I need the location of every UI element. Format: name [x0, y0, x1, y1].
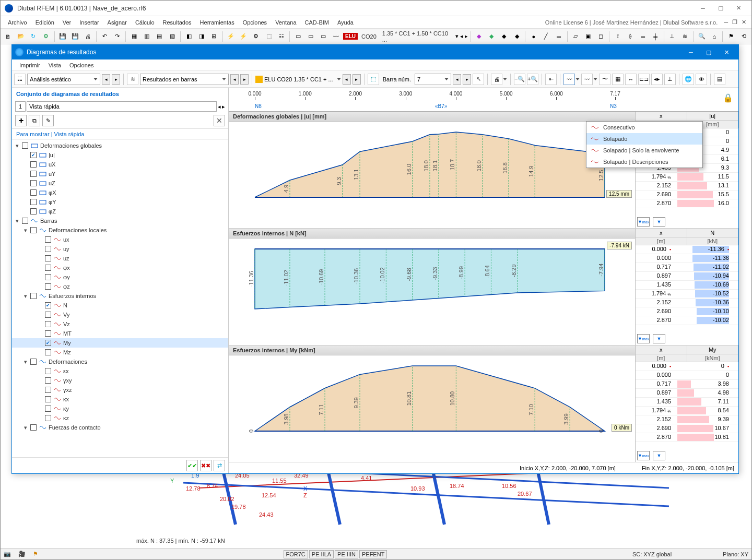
extreme-icon[interactable]: ◂▸	[651, 74, 663, 85]
extra-4-icon[interactable]: ╪	[650, 31, 661, 42]
extra-6-icon[interactable]: ≋	[679, 31, 690, 42]
tree-checkbox[interactable]	[30, 424, 37, 431]
overlap-mode-icon[interactable]: 〰	[563, 74, 575, 85]
open-icon[interactable]: 📂	[15, 31, 26, 42]
tree-checkbox[interactable]: ✔	[45, 340, 51, 346]
tree-check-all[interactable]: ✔✔	[186, 460, 198, 471]
menu-ayuda[interactable]: Ayuda	[333, 18, 358, 27]
tree-node[interactable]: ▾Fuerzas de contacto	[12, 423, 228, 432]
tree-node[interactable]: ▾Esfuerzos internos	[12, 291, 228, 301]
surface-tool-icon[interactable]: ▱	[570, 31, 581, 42]
barra-select-icon[interactable]: ↖	[473, 74, 484, 85]
status-toggle[interactable]: FOR7C	[284, 550, 308, 558]
menu-resultados[interactable]: Resultados	[159, 18, 196, 27]
menu-opciones[interactable]: Opciones	[239, 18, 271, 27]
menu-ver[interactable]: Ver	[58, 18, 76, 27]
new-icon[interactable]: 🗎	[3, 31, 14, 42]
tool-2-icon[interactable]: ▥	[142, 31, 152, 42]
tree-checkbox[interactable]	[45, 349, 51, 355]
table-max-button[interactable]: ▼max	[637, 217, 650, 227]
table-row[interactable]: 0.717-11.02	[636, 263, 738, 272]
menu-herramientas[interactable]: Herramientas	[196, 18, 239, 27]
table-row[interactable]: 0.000 ▪-11.36 ▪	[636, 245, 738, 254]
expander-icon[interactable]: ▾	[22, 293, 29, 300]
view-1-icon[interactable]: ◆	[474, 31, 485, 42]
vista-combo[interactable]: Vista rápida	[27, 101, 217, 112]
table-row[interactable]: 2.69015.5	[636, 190, 738, 199]
results-next[interactable]: ▸	[240, 74, 249, 85]
save-all-icon[interactable]: 💾	[70, 31, 81, 42]
tree-node[interactable]: MT	[12, 329, 228, 338]
tree-node[interactable]: ▾Deformaciones globales	[12, 141, 228, 150]
tool-4-icon[interactable]: ▧	[167, 31, 178, 42]
tree-checkbox[interactable]	[45, 321, 51, 327]
tree-checkbox[interactable]	[45, 330, 51, 337]
tree-checkbox[interactable]	[30, 293, 37, 299]
table-row[interactable]: 1.435-10.69	[636, 281, 738, 290]
filter-1-icon[interactable]: ▭	[292, 31, 303, 42]
zoom-icon[interactable]: 🔍	[696, 31, 707, 42]
new-view-button[interactable]: ✚	[15, 115, 27, 126]
tree-checkbox[interactable]	[30, 227, 37, 233]
status-flag-icon[interactable]: ⚑	[33, 551, 38, 557]
tree-checkbox[interactable]: ✔	[45, 302, 51, 308]
tree-node[interactable]: κz	[12, 413, 228, 423]
view-2-icon[interactable]: ◆	[486, 31, 497, 42]
tree-node[interactable]: φy	[12, 272, 228, 282]
dlg-menu-opciones[interactable]: Opciones	[65, 61, 98, 69]
redo-icon[interactable]: ↷	[112, 31, 123, 42]
status-toggle[interactable]: PE IIIN	[335, 550, 358, 558]
tree-node[interactable]: Mz	[12, 348, 228, 357]
table-row[interactable]: 2.69010.67	[636, 424, 738, 433]
analysis-combo[interactable]: Análisis estático	[27, 74, 100, 85]
tree-node[interactable]: φx	[12, 263, 228, 272]
line-tool-icon[interactable]: ╱	[540, 31, 551, 42]
table-row[interactable]: 2.870-10.02	[636, 316, 738, 325]
to-start-icon[interactable]: ⇤	[545, 74, 557, 85]
expander-icon[interactable]: ▾	[14, 218, 20, 224]
tool-6-icon[interactable]: ◨	[196, 31, 207, 42]
table-row[interactable]: 0.897-10.94	[636, 272, 738, 281]
table-row[interactable]: 0.8974.98	[636, 389, 738, 398]
mdi-close-icon[interactable]: ✕	[739, 19, 748, 26]
view-in-model-icon[interactable]: 👁	[696, 74, 707, 85]
tree-node[interactable]: uX	[12, 160, 228, 169]
expander-icon[interactable]: ▾	[22, 424, 29, 431]
calc-icon[interactable]: ⚡	[226, 31, 237, 42]
last-1-icon[interactable]: ⚑	[725, 31, 736, 42]
table-row[interactable]: 0.000-11.36	[636, 254, 738, 263]
chart-canvas[interactable]: 03.987.119.3910.8110.807.103.9900 kNm	[229, 355, 635, 462]
tree-checkbox[interactable]	[30, 359, 37, 365]
analysis-next[interactable]: ▸	[112, 74, 120, 85]
dlg-combo-next[interactable]: ▸	[352, 74, 361, 85]
results-mode-combo[interactable]: Resultados en barras	[140, 74, 229, 85]
opening-tool-icon[interactable]: ◻	[595, 31, 606, 42]
save-icon[interactable]: 💾	[57, 31, 68, 42]
table-row[interactable]: 2.152-10.36	[636, 299, 738, 307]
table-max-button[interactable]: ▼max	[637, 334, 650, 343]
vista-next[interactable]: ▸	[222, 103, 225, 110]
table-row[interactable]: 1.794 ¼11.5	[636, 173, 738, 182]
env-only-icon[interactable]: 〰	[581, 74, 593, 85]
tree-node[interactable]: Vy	[12, 310, 228, 319]
dialog-maximize-button[interactable]: ▢	[700, 46, 718, 58]
tree-toggle[interactable]: ⇄	[214, 460, 225, 471]
barra-next[interactable]: ▸	[463, 74, 471, 85]
status-camera-icon[interactable]: 📷	[4, 551, 11, 557]
filter-3-icon[interactable]: ▭	[318, 31, 329, 42]
tree-checkbox[interactable]	[45, 415, 51, 421]
results-toggle-icon[interactable]: ⬚	[263, 31, 274, 42]
popup-item[interactable]: Solapado | Descripciones	[586, 156, 702, 168]
tree-checkbox[interactable]	[45, 406, 51, 412]
smooth-icon[interactable]: 〜	[599, 74, 610, 85]
borders-icon[interactable]: ⊏⊐	[638, 74, 650, 85]
analysis-prev[interactable]: ◂	[102, 74, 110, 85]
expander-icon[interactable]: ▾	[14, 142, 20, 149]
tool-1-icon[interactable]: ▦	[128, 31, 139, 42]
zoom-out-icon[interactable]: −🔍	[514, 74, 525, 85]
x-dir-icon[interactable]: ↔	[625, 74, 637, 85]
filter-2-icon[interactable]: ▭	[306, 31, 316, 42]
chart-canvas[interactable]: 4.99.313.116.018.018.118.718.016.814.912…	[229, 122, 635, 228]
node-tool-icon[interactable]: ●	[528, 31, 539, 42]
member-tool-icon[interactable]: ═	[554, 31, 565, 42]
